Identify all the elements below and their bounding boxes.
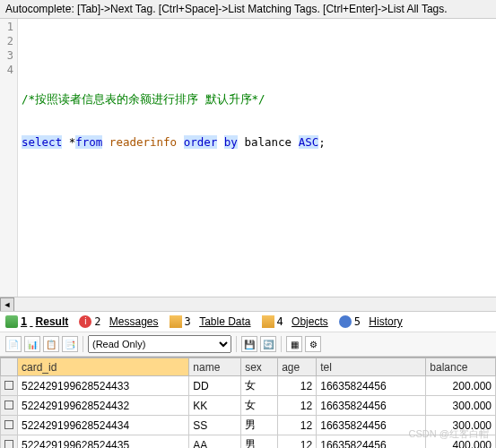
col-name[interactable]: name (189, 358, 241, 376)
export-button[interactable]: 📄 (5, 336, 22, 352)
objects-icon (262, 315, 274, 328)
separator (281, 336, 282, 352)
autocomplete-hint: Autocomplete: [Tab]->Next Tag. [Ctrl+Spa… (0, 0, 496, 19)
edit-mode-select[interactable]: (Read Only) (88, 335, 231, 353)
scroll-left-icon[interactable]: ◄ (0, 297, 14, 312)
sort-button[interactable]: ⚙ (305, 336, 321, 352)
filter-button[interactable]: ▦ (286, 336, 302, 352)
tab-objects[interactable]: 4 Objects (262, 315, 328, 328)
tab-tabledata[interactable]: 3 Table Data (170, 315, 251, 328)
table-icon (170, 315, 182, 328)
tab-history[interactable]: 5 History (339, 315, 403, 328)
corner-cell (1, 358, 18, 376)
grid-toolbar: 📄 📊 📋 📑 (Read Only) 💾 🔄 ▦ ⚙ (0, 332, 496, 357)
separator (236, 336, 237, 352)
col-tel[interactable]: tel (317, 358, 426, 376)
row-selector[interactable] (1, 396, 18, 416)
grid-icon (5, 315, 18, 328)
table-row[interactable]: 522429199628524433DD女1216635824456200.00… (1, 376, 496, 396)
history-icon (339, 315, 352, 328)
watermark: CSDN @红客白帽 (409, 427, 489, 441)
col-balance[interactable]: balance (426, 358, 496, 376)
refresh-button[interactable]: 🔄 (260, 336, 276, 352)
row-selector[interactable] (1, 416, 18, 435)
sql-editor[interactable]: 1 2 3 4 /*按照读者信息表的余额进行排序 默认升序*/ select *… (0, 19, 496, 297)
info-icon: i (79, 315, 91, 328)
sql-comment: /*按照读者信息表的余额进行排序 默认升序*/ (22, 92, 265, 106)
row-selector[interactable] (1, 435, 18, 449)
export-csv-button[interactable]: 📊 (24, 336, 40, 352)
result-tabs: 1 Result i 2 Messages 3 Table Data 4 Obj… (0, 311, 496, 332)
tab-result[interactable]: 1 Result (5, 315, 68, 328)
col-sex[interactable]: sex (241, 358, 278, 376)
save-button[interactable]: 💾 (241, 336, 257, 352)
col-age[interactable]: age (278, 358, 317, 376)
separator (83, 336, 83, 352)
header-row: card_id name sex age tel balance (1, 358, 496, 376)
code-area[interactable]: /*按照读者信息表的余额进行排序 默认升序*/ select *from rea… (18, 19, 496, 297)
line-gutter: 1 2 3 4 (0, 19, 18, 297)
tab-messages[interactable]: i 2 Messages (79, 315, 158, 328)
col-card_id[interactable]: card_id (18, 358, 189, 376)
row-selector[interactable] (1, 376, 18, 396)
copy-button[interactable]: 📋 (43, 336, 59, 352)
copy-grid-button[interactable]: 📑 (62, 336, 78, 352)
editor-hscrollbar[interactable]: ◄ (0, 297, 496, 311)
table-row[interactable]: 522429199628524432KK女1216635824456300.00… (1, 396, 496, 416)
